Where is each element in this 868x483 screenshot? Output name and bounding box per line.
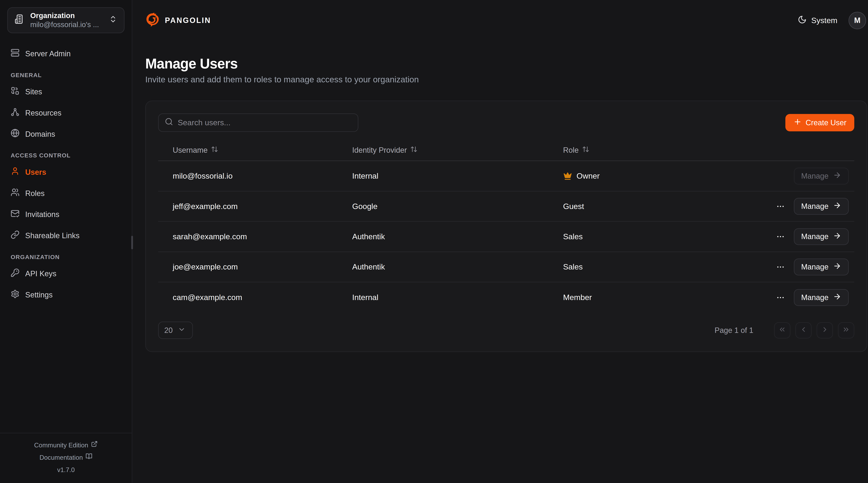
table-row: milo@fossorial.io Internal Owner Manage <box>158 161 854 191</box>
plus-icon <box>793 118 802 128</box>
avatar[interactable]: M <box>848 12 866 29</box>
column-header-identity-provider[interactable]: Identity Provider <box>338 146 549 154</box>
main-area: PANGOLIN System M Manage Users Invite us… <box>132 0 868 483</box>
arrow-right-icon <box>833 201 841 211</box>
brand: PANGOLIN <box>145 12 211 29</box>
manage-button[interactable]: Manage <box>794 198 848 215</box>
app-window: Organization milo@fossorial.io's ... Ser… <box>0 0 868 483</box>
crown-icon <box>563 171 572 180</box>
cell-identity-provider: Authentik <box>338 262 549 272</box>
sidebar-item-resources[interactable]: Resources <box>7 104 124 122</box>
cell-actions: Manage <box>686 258 854 275</box>
search-input[interactable] <box>178 118 352 127</box>
cell-actions: Manage <box>686 228 854 245</box>
next-page-button[interactable] <box>817 322 833 339</box>
cell-username: cam@example.com <box>158 293 338 302</box>
manage-button[interactable]: Manage <box>794 258 848 275</box>
documentation-link[interactable]: Documentation <box>0 451 132 464</box>
chevron-down-icon <box>178 325 186 335</box>
sidebar: Organization milo@fossorial.io's ... Ser… <box>0 0 132 483</box>
row-menu-button[interactable] <box>775 231 786 243</box>
sort-icon <box>582 146 589 154</box>
row-menu-button[interactable] <box>775 261 786 273</box>
sidebar-item-roles[interactable]: Roles <box>7 184 124 202</box>
org-selector-value: milo@fossorial.io's ... <box>30 20 103 29</box>
external-link-icon <box>91 439 98 451</box>
book-open-icon <box>86 451 92 464</box>
chevrons-left-icon <box>778 325 786 335</box>
cell-actions: Manage <box>686 168 854 184</box>
prev-page-button[interactable] <box>796 322 812 339</box>
pagination: 20 Page 1 of 1 <box>158 321 854 339</box>
manage-button[interactable]: Manage <box>794 228 848 245</box>
row-menu-button[interactable] <box>775 292 786 303</box>
top-header: PANGOLIN System M <box>132 0 868 29</box>
sidebar-item-domains[interactable]: Domains <box>7 125 124 143</box>
brand-name: PANGOLIN <box>165 16 211 25</box>
sidebar-resize-handle[interactable] <box>131 236 133 249</box>
sidebar-item-settings[interactable]: Settings <box>7 286 124 304</box>
arrow-right-icon <box>833 262 841 272</box>
search-box <box>158 113 358 132</box>
sidebar-item-sites[interactable]: Sites <box>7 83 124 101</box>
column-header-username[interactable]: Username <box>158 146 338 154</box>
first-page-button[interactable] <box>774 322 790 339</box>
column-header-role[interactable]: Role <box>549 146 686 154</box>
community-edition-link[interactable]: Community Edition <box>0 439 132 451</box>
cell-role: Owner <box>549 171 686 180</box>
users-card: Create User Username Identity Provider R… <box>145 101 867 352</box>
cell-username: milo@fossorial.io <box>158 171 338 180</box>
chevron-left-icon <box>800 325 807 335</box>
key-icon <box>10 268 20 279</box>
cell-identity-provider: Internal <box>338 171 549 180</box>
nav-section-organization: ORGANIZATION <box>10 254 121 260</box>
nav-section-general: GENERAL <box>10 72 121 79</box>
sidebar-item-server-admin[interactable]: Server Admin <box>7 45 124 62</box>
org-selector[interactable]: Organization milo@fossorial.io's ... <box>7 7 124 33</box>
server-icon <box>10 48 20 59</box>
cell-role: Sales <box>549 232 686 241</box>
version-label: v1.7.0 <box>0 464 132 476</box>
sort-icon <box>410 146 417 154</box>
share-nodes-icon <box>10 108 20 119</box>
row-menu-button[interactable] <box>775 201 786 212</box>
building-icon <box>14 14 25 26</box>
chevrons-right-icon <box>842 325 850 335</box>
cell-role: Guest <box>549 202 686 211</box>
table-row: cam@example.com Internal Member Manage <box>158 282 854 313</box>
cell-username: joe@example.com <box>158 262 338 272</box>
page-size-select[interactable]: 20 <box>158 321 193 339</box>
pangolin-logo-icon <box>145 12 160 29</box>
create-user-button[interactable]: Create User <box>785 114 854 131</box>
sidebar-item-invitations[interactable]: Invitations <box>7 206 124 223</box>
last-page-button[interactable] <box>838 322 854 339</box>
sidebar-item-users[interactable]: Users <box>7 163 124 181</box>
org-selector-label: Organization <box>30 11 103 20</box>
link-icon <box>10 230 20 241</box>
cell-identity-provider: Internal <box>338 293 549 302</box>
page-subtitle: Invite users and add them to roles to ma… <box>145 75 866 84</box>
arrow-right-icon <box>833 171 841 181</box>
nav-section-access-control: ACCESS CONTROL <box>10 152 121 159</box>
table-row: sarah@example.com Authentik Sales Manage <box>158 222 854 252</box>
cell-role: Sales <box>549 262 686 272</box>
theme-toggle[interactable]: System <box>798 15 837 26</box>
mail-check-icon <box>10 209 20 220</box>
sort-icon <box>211 146 218 154</box>
users-table: Username Identity Provider Role milo@fos <box>158 140 854 313</box>
chevron-right-icon <box>821 325 829 335</box>
cell-username: sarah@example.com <box>158 232 338 241</box>
gear-icon <box>10 289 20 301</box>
sidebar-item-api-keys[interactable]: API Keys <box>7 265 124 283</box>
cell-identity-provider: Authentik <box>338 232 549 241</box>
manage-button[interactable]: Manage <box>794 289 848 306</box>
users-icon <box>10 188 20 199</box>
table-row: joe@example.com Authentik Sales Manage <box>158 252 854 282</box>
table-header: Username Identity Provider Role <box>158 140 854 161</box>
user-icon <box>10 167 20 178</box>
cell-role: Member <box>549 293 686 302</box>
sidebar-footer: Community Edition Documentation v1.7.0 <box>0 433 132 483</box>
sidebar-item-shareable-links[interactable]: Shareable Links <box>7 227 124 245</box>
arrow-right-icon <box>833 232 841 242</box>
cell-username: jeff@example.com <box>158 202 338 211</box>
